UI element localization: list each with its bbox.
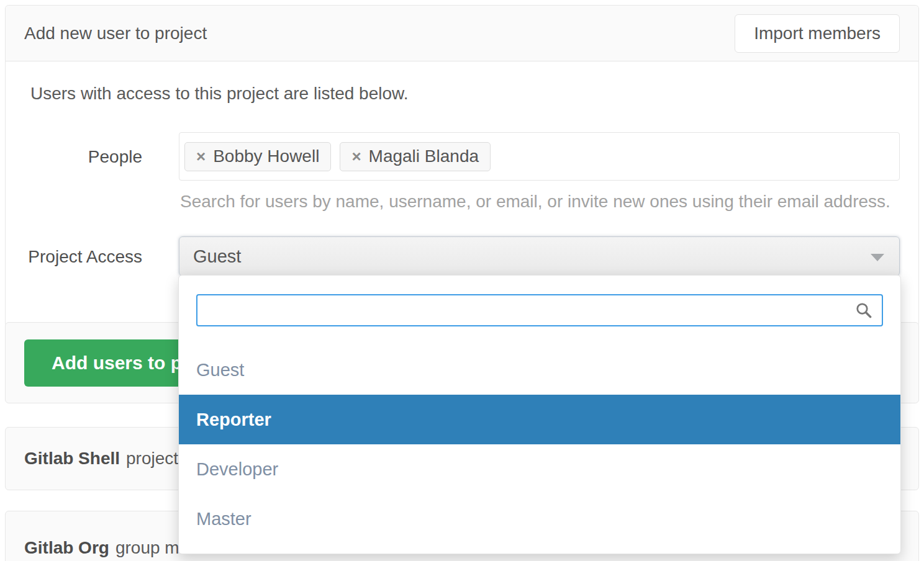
project-access-row: Project Access Guest [24,236,900,276]
import-members-button[interactable]: Import members [735,14,900,53]
token-name: Magali Blanda [369,146,479,166]
project-access-selected-value: Guest [193,246,241,267]
page-title: Add new user to project [24,24,207,43]
remove-token-icon[interactable]: × [196,148,206,164]
panel-header: Add new user to project Import members [6,6,918,61]
dropdown-option-developer[interactable]: Developer [179,444,900,494]
people-row: People × Bobby Howell × Magali Blanda Se… [24,132,900,212]
dropdown-search-input[interactable] [196,294,883,326]
dropdown-options-list: Guest Reporter Developer Master [179,345,900,544]
dropdown-search-wrap [196,294,883,326]
remove-token-icon[interactable]: × [351,148,361,164]
section-heading-text: project [126,449,178,469]
project-access-label: Project Access [24,236,142,267]
user-token: × Magali Blanda [340,142,491,171]
intro-text: Users with access to this project are li… [30,84,900,104]
dropdown-option-reporter[interactable]: Reporter [179,395,900,444]
project-access-dropdown: Guest Reporter Developer Master [178,275,901,554]
people-help-text: Search for users by name, username, or e… [180,192,900,212]
dropdown-option-guest[interactable]: Guest [179,345,900,395]
section-heading-text: group m [116,538,179,558]
user-token: × Bobby Howell [184,142,331,171]
section-group-name: Gitlab Org [24,538,109,558]
project-access-select[interactable]: Guest [179,236,900,276]
chevron-down-icon [871,254,884,261]
token-name: Bobby Howell [213,146,319,166]
people-label: People [24,132,142,167]
people-token-input[interactable]: × Bobby Howell × Magali Blanda [179,132,900,181]
section-project-name: Gitlab Shell [24,449,120,469]
dropdown-option-master[interactable]: Master [179,494,900,544]
